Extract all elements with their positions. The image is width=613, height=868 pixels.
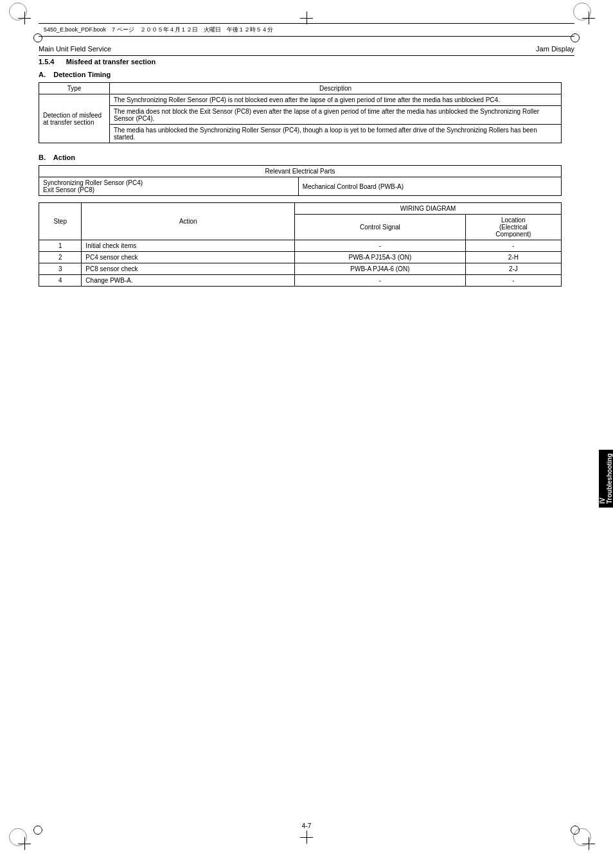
corner-mark-br: [582, 837, 595, 850]
wiring-row: 3 PC8 sensor check PWB-A PJ4A-6 (ON) 2-J: [39, 263, 562, 275]
corner-mark-tr: [582, 12, 595, 24]
wiring-location: 2-H: [465, 252, 561, 263]
crosshair-tl: [18, 12, 31, 24]
col-description: Description: [110, 83, 562, 94]
subsection-a-label: A.: [39, 71, 46, 78]
wiring-col-action: Action: [82, 203, 295, 240]
corner-mark-tl: [18, 12, 31, 24]
wiring-step: 4: [39, 275, 82, 287]
wiring-action: PC8 sensor check: [82, 263, 295, 275]
wiring-location: -: [465, 275, 561, 287]
subsection-b-label: B.: [39, 154, 46, 161]
wiring-row: 4 Change PWB-A. - -: [39, 275, 562, 287]
wiring-action: Change PWB-A.: [82, 275, 295, 287]
sidebar-label: IV Troubleshooting: [599, 450, 613, 508]
page-header-left: Main Unit Field Service: [39, 45, 111, 53]
page-header-right: Jam Display: [536, 45, 574, 53]
page-header: Main Unit Field Service Jam Display: [39, 45, 574, 56]
section-heading: 1.5.4 Misfeed at transfer section: [39, 58, 562, 66]
page: 5450_E.book_PDF.book 7 ページ ２００５年４月１２日 火曜…: [0, 0, 613, 868]
section-number: 1.5.4: [39, 58, 54, 66]
detection-table: Type Description Detection of misfeed at…: [39, 82, 562, 143]
corner-mark-bl: [18, 837, 31, 850]
header-bar: 5450_E.book_PDF.book 7 ページ ２００５年４月１２日 火曜…: [39, 23, 574, 37]
main-content: 1.5.4 Misfeed at transfer section A. Det…: [39, 58, 562, 287]
wiring-diagram-header: WIRING DIAGRAM: [295, 203, 562, 215]
type-cell: Detection of misfeed at transfer section: [39, 94, 110, 143]
sidebar-text: IV Troubleshooting: [599, 454, 613, 504]
wiring-action: PC4 sensor check: [82, 252, 295, 263]
wiring-signal: PWB-A PJ4A-6 (ON): [295, 263, 465, 275]
section-title: Misfeed at transfer section: [66, 58, 155, 66]
relevant-parts-col2: Mechanical Control Board (PWB-A): [298, 177, 561, 196]
subsection-a-title: Detection Timing: [53, 71, 111, 78]
detection-row-3: The media has unblocked the Synchronizin…: [110, 125, 562, 143]
wiring-step: 2: [39, 252, 82, 263]
page-footer: 4-7: [39, 822, 574, 829]
wiring-signal: PWB-A PJ15A-3 (ON): [295, 252, 465, 263]
subsection-b-title: Action: [53, 154, 75, 161]
japanese-header-text: 5450_E.book_PDF.book 7 ページ ２００５年４月１２日 火曜…: [44, 26, 273, 33]
detection-row-2: The media does not block the Exit Sensor…: [110, 106, 562, 125]
relevant-parts-col1: Synchronizing Roller Sensor (PC4)Exit Se…: [39, 177, 299, 196]
crosshair-bottom-center: [300, 831, 313, 844]
wiring-step: 3: [39, 263, 82, 275]
bottom-center-crosshair: [300, 831, 313, 844]
table-row: The media does not block the Exit Sensor…: [39, 106, 562, 125]
wiring-step: 1: [39, 240, 82, 252]
crosshair-br: [582, 837, 595, 850]
subsection-b-heading: B. Action: [39, 154, 562, 161]
wiring-col-location: Location(ElectricalComponent): [465, 215, 561, 240]
wiring-location: 2-J: [465, 263, 561, 275]
wiring-row: 2 PC4 sensor check PWB-A PJ15A-3 (ON) 2-…: [39, 252, 562, 263]
wiring-signal: -: [295, 275, 465, 287]
page-number: 4-7: [302, 822, 311, 829]
wiring-col-signal: Control Signal: [295, 215, 465, 240]
wiring-row: 1 Initial check items - -: [39, 240, 562, 252]
relevant-parts-header: Relevant Electrical Parts: [39, 166, 562, 177]
relevant-parts-table: Relevant Electrical Parts Synchronizing …: [39, 165, 562, 196]
relevant-parts-row: Synchronizing Roller Sensor (PC4)Exit Se…: [39, 177, 562, 196]
col-type: Type: [39, 83, 110, 94]
crosshair-top-center: [300, 12, 313, 24]
wiring-location: -: [465, 240, 561, 252]
top-center-crosshair: [300, 12, 313, 24]
crosshair-bl: [18, 837, 31, 850]
type-label: Detection of misfeed at transfer section: [43, 112, 102, 126]
table-row: Detection of misfeed at transfer section…: [39, 94, 562, 106]
table-row: The media has unblocked the Synchronizin…: [39, 125, 562, 143]
subsection-a-heading: A. Detection Timing: [39, 71, 562, 78]
crosshair-tr: [582, 12, 595, 24]
wiring-action: Initial check items: [82, 240, 295, 252]
wiring-table: Step Action WIRING DIAGRAM Control Signa…: [39, 202, 562, 287]
wiring-signal: -: [295, 240, 465, 252]
detection-row-1: The Synchronizing Roller Sensor (PC4) is…: [110, 94, 562, 106]
wiring-col-step: Step: [39, 203, 82, 240]
